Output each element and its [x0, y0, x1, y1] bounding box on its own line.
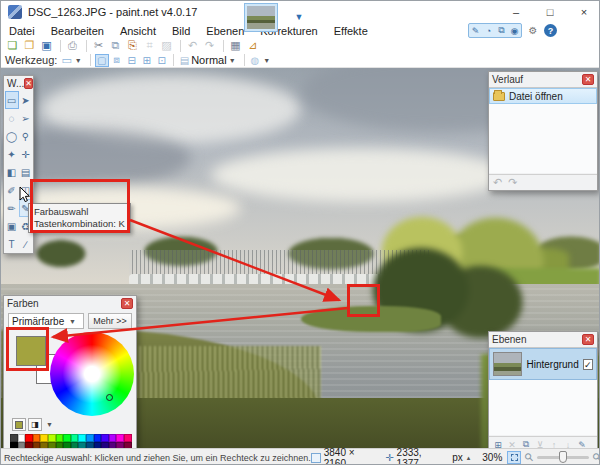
annotation-box-photo — [347, 284, 380, 317]
blend-mode-value[interactable]: Normal — [191, 54, 226, 66]
rectangle-select-tool[interactable]: ▭ — [5, 91, 19, 109]
history-item-label: Datei öffnen — [509, 91, 563, 102]
menu-item-ansicht[interactable]: Ansicht — [112, 23, 164, 39]
color-wheel-marker[interactable] — [106, 394, 113, 401]
layer-visibility-checkbox[interactable]: ✓ — [583, 359, 593, 370]
paintbrush-tool[interactable]: ✐ — [5, 181, 19, 199]
palette-swatch[interactable] — [48, 434, 56, 442]
palette-swatch[interactable] — [25, 434, 33, 442]
new-file-button[interactable]: ❏ — [5, 39, 20, 53]
zoom-out-icon[interactable]: ⚲ — [522, 450, 537, 465]
selection-mode-replace-button[interactable]: ▢ — [95, 54, 109, 67]
tools-window-close-icon[interactable]: ✕ — [24, 78, 33, 89]
colors-window-close-icon[interactable]: ✕ — [121, 298, 133, 309]
swatch-style-button[interactable] — [12, 418, 26, 431]
menu-bar: DateiBearbeitenAnsichtBildEbenenKorrektu… — [1, 22, 376, 39]
palette-swatch[interactable] — [116, 434, 124, 442]
line-curve-tool[interactable]: ∕ — [19, 235, 33, 253]
cut-button[interactable]: ✂ — [91, 39, 106, 53]
active-tool-icon[interactable]: ▭ — [61, 54, 71, 67]
palette-dropdown-icon[interactable]: ▼ — [46, 421, 53, 428]
annotation-box-swatch — [6, 327, 49, 371]
palette-swatch[interactable] — [124, 434, 132, 442]
image-list-dropdown-icon[interactable]: ▼ — [293, 11, 305, 23]
history-undo-icon[interactable]: ↶ — [493, 176, 502, 189]
paint-bucket-tool[interactable]: ◧ — [5, 163, 19, 181]
save-file-button[interactable]: ▣ — [39, 39, 54, 53]
unit-dropdown-icon[interactable]: ▴ — [467, 454, 471, 462]
settings-icon[interactable]: ⚙ — [526, 24, 540, 38]
close-button[interactable]: × — [567, 1, 600, 23]
history-redo-icon[interactable]: ↷ — [508, 176, 517, 189]
copy-button[interactable]: ⧉ — [108, 39, 123, 53]
maximize-button[interactable]: □ — [533, 1, 567, 23]
pixel-grid-button[interactable]: ▦ — [228, 39, 243, 53]
palette-swatch[interactable] — [109, 434, 117, 442]
palette-swatch[interactable] — [10, 434, 18, 442]
magic-wand-tool[interactable]: ✦ — [5, 145, 19, 163]
window-title: DSC_1263.JPG - paint.net v4.0.17 — [28, 6, 197, 18]
color-wheel[interactable] — [50, 332, 134, 416]
history-item[interactable]: Datei öffnen — [489, 88, 597, 104]
palette-swatch[interactable] — [101, 434, 109, 442]
unit-selector[interactable]: px ▴ — [452, 452, 474, 463]
zoom-level-value[interactable]: 30% — [482, 452, 502, 463]
zoom-slider[interactable] — [537, 456, 589, 459]
toggle-history-window-icon[interactable]: ◔ — [482, 24, 495, 37]
open-file-button[interactable]: ❐ — [22, 39, 37, 53]
ellipse-select-tool[interactable]: ◯ — [5, 127, 19, 145]
minimize-button[interactable]: – — [499, 1, 533, 23]
palette-swatch[interactable] — [63, 434, 71, 442]
zoom-tool[interactable]: ⚲ — [19, 127, 33, 145]
fit-window-button[interactable] — [507, 451, 521, 464]
pencil-tool[interactable]: ✏ — [5, 199, 19, 217]
clone-stamp-tool[interactable]: ▣ — [5, 217, 19, 235]
menu-item-bild[interactable]: Bild — [164, 23, 198, 39]
toggle-layers-window-icon[interactable]: ⧉ — [495, 24, 508, 37]
move-selection-tool[interactable]: ➢ — [19, 109, 33, 127]
undo-button[interactable]: ↶ — [185, 39, 200, 53]
deselect-button[interactable]: ▨ — [159, 39, 174, 53]
image-tab[interactable] — [244, 3, 278, 32]
palette-swatch[interactable] — [33, 434, 41, 442]
tool-dropdown-icon[interactable]: ▼ — [75, 57, 82, 64]
palette-swatch[interactable] — [78, 434, 86, 442]
crop-button[interactable]: ⌗ — [142, 39, 157, 53]
history-window-close-icon[interactable]: ✕ — [582, 74, 594, 85]
selection-mode-intersect-button[interactable]: ⊞ — [140, 54, 154, 67]
selection-mode-subtract-button[interactable]: ⊟ — [125, 54, 139, 67]
menu-item-datei[interactable]: Datei — [1, 23, 43, 39]
palette-swatch[interactable] — [94, 434, 102, 442]
palette-swatch[interactable] — [18, 434, 26, 442]
help-icon[interactable]: ? — [544, 24, 557, 37]
menu-item-effekte[interactable]: Effekte — [326, 23, 376, 39]
zoom-slider-thumb[interactable] — [559, 451, 567, 463]
redo-button[interactable]: ↷ — [202, 39, 217, 53]
zoom-in-icon[interactable]: ⚲ — [590, 450, 600, 465]
palette-swatch[interactable] — [40, 434, 48, 442]
toggle-tools-window-icon[interactable]: ✎ — [469, 24, 482, 37]
lasso-select-tool[interactable]: ◌ — [5, 109, 19, 127]
palette-button[interactable]: ◨ — [28, 418, 42, 431]
layers-window-close-icon[interactable]: ✕ — [582, 334, 594, 345]
app-icon — [8, 5, 22, 19]
more-colors-button[interactable]: Mehr >> — [88, 313, 132, 329]
layer-row[interactable]: Hintergrund✓ — [489, 348, 597, 380]
unit-value: px — [452, 452, 463, 463]
text-tool[interactable]: T — [5, 235, 19, 253]
paste-button[interactable]: ⎘ — [125, 39, 140, 53]
selection-quality-icon[interactable]: ◍ — [251, 55, 260, 66]
menu-item-bearbeiten[interactable]: Bearbeiten — [43, 23, 112, 39]
toggle-colors-window-icon[interactable]: ◉ — [508, 24, 521, 37]
palette-swatch[interactable] — [71, 434, 79, 442]
pan-tool[interactable]: ✛ — [19, 145, 33, 163]
palette-swatch[interactable] — [86, 434, 94, 442]
selection-mode-add-button[interactable]: ⧈ — [110, 54, 124, 67]
move-selected-pixels-tool[interactable]: ➤ — [19, 91, 33, 109]
selection-mode-invert-button[interactable]: ⊡ — [155, 54, 169, 67]
selection-quality-dropdown-icon[interactable]: ▼ — [263, 57, 270, 64]
rulers-button[interactable]: ⊿ — [245, 39, 260, 53]
palette-swatch[interactable] — [56, 434, 64, 442]
blend-mode-dropdown-icon[interactable]: ▼ — [229, 57, 236, 64]
print-button[interactable]: ⎙ — [65, 39, 80, 53]
